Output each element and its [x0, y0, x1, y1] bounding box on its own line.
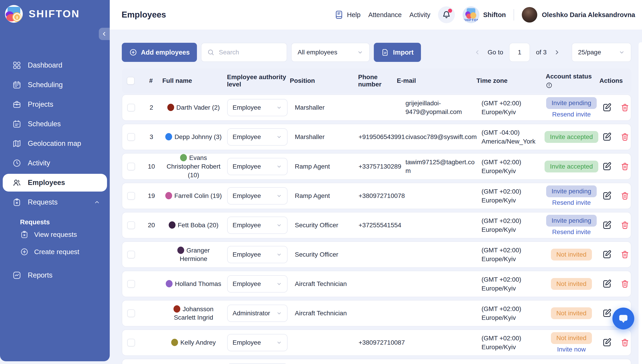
sidebar-item-employees[interactable]: Employees	[3, 174, 107, 192]
employee-phone: +919506543991	[359, 133, 397, 140]
timezone-city: Europe/Kyiv	[481, 225, 543, 234]
calendar-dots-icon	[12, 80, 22, 90]
status-link[interactable]: Resend invite	[552, 228, 591, 236]
authority-level-select[interactable]: Employee	[227, 158, 288, 175]
authority-level-select[interactable]: Employee	[227, 275, 288, 292]
delete-button[interactable]	[620, 338, 630, 348]
sidebar-item-schedules[interactable]: Schedules	[0, 114, 110, 134]
sidebar-item-activity[interactable]: Activity	[0, 153, 110, 173]
delete-button[interactable]	[620, 191, 630, 201]
import-button[interactable]: Import	[374, 43, 421, 62]
app-logo-text: SHIFTON	[29, 8, 80, 20]
table-row: 19 Farrell Colin (19) Employee Ramp Agen…	[122, 183, 631, 209]
timezone-offset: (GMT +02:00)	[481, 187, 543, 196]
edit-button[interactable]	[602, 161, 612, 172]
edit-button[interactable]	[602, 308, 612, 318]
authority-level-select[interactable]: Employee	[227, 334, 288, 351]
company-switcher[interactable]: SHIFTON Shifton	[463, 6, 506, 23]
add-employees-button[interactable]: Add employees	[122, 43, 197, 62]
per-page-select[interactable]: 25/page	[572, 43, 631, 62]
employee-name: Kelly Andrey	[180, 339, 216, 346]
authority-level-select[interactable]: Employee	[227, 187, 288, 204]
search-input[interactable]	[219, 49, 281, 56]
delete-button[interactable]	[620, 102, 630, 112]
row-checkbox[interactable]	[127, 280, 135, 288]
row-checkbox[interactable]	[127, 104, 135, 112]
edit-button[interactable]	[602, 338, 612, 348]
authority-level-select[interactable]: Employee	[227, 216, 288, 234]
previous-page-button[interactable]	[473, 49, 482, 56]
employee-filter-select[interactable]: All employees	[291, 43, 370, 62]
employee-name-cell: Fett Boba (20)	[163, 221, 224, 230]
employee-name-cell: Darth Vader (2)	[163, 103, 224, 112]
next-page-button[interactable]	[552, 49, 561, 56]
sidebar-item-requests[interactable]: Requests	[0, 192, 110, 212]
row-checkbox[interactable]	[127, 339, 135, 346]
page-number-input[interactable]	[509, 43, 530, 62]
pagination: Go to of 3 25/page	[473, 43, 631, 62]
scrollbar[interactable]	[638, 42, 642, 364]
delete-button[interactable]	[620, 279, 630, 289]
nav-activity[interactable]: Activity	[409, 11, 430, 19]
delete-button[interactable]	[620, 132, 630, 142]
row-checkbox[interactable]	[127, 221, 135, 229]
sidebar-item-reports[interactable]: Reports	[0, 266, 110, 285]
row-checkbox[interactable]	[127, 251, 135, 258]
status-link[interactable]: Resend invite	[552, 111, 591, 118]
sidebar-subitem-label: Create request	[34, 248, 79, 256]
delete-button[interactable]	[620, 250, 630, 260]
timezone-offset: (GMT +02:00)	[481, 304, 543, 313]
employee-timezone: (GMT +02:00) Europe/Kyiv	[477, 187, 543, 205]
help-link[interactable]: Help	[334, 10, 361, 20]
timezone-offset: (GMT +02:00)	[481, 275, 543, 284]
table-row: 20 Fett Boba (20) Employee Security Offi…	[122, 212, 631, 238]
row-checkbox[interactable]	[127, 310, 135, 317]
sidebar-item-geolocation-map[interactable]: Geolocation map	[0, 134, 110, 153]
sidebar-item-dashboard[interactable]: Dashboard	[0, 56, 110, 75]
timezone-city: Europe/Kyiv	[481, 196, 543, 205]
timezone-offset: (GMT +02:00)	[481, 216, 543, 225]
employee-number: 20	[140, 222, 163, 229]
user-menu[interactable]: Oleshko Daria Aleksandrovna	[522, 7, 635, 22]
employee-color-dot	[167, 104, 174, 111]
delete-button[interactable]	[620, 220, 630, 230]
column-header-authority: Employee authority level	[224, 74, 290, 88]
sidebar-item-view-requests[interactable]: View requests	[0, 226, 110, 243]
help-book-icon	[334, 10, 344, 20]
status-badge: Not invited	[551, 249, 592, 260]
chevron-down-icon	[618, 49, 625, 56]
row-checkbox[interactable]	[127, 133, 135, 141]
sidebar-item-label: Projects	[28, 100, 53, 108]
sidebar-item-label: Scheduling	[28, 81, 63, 89]
nav-attendance[interactable]: Attendance	[368, 11, 402, 19]
authority-level-value: Employee	[233, 133, 261, 140]
edit-button[interactable]	[602, 132, 612, 142]
clipboard-x-icon	[12, 198, 22, 207]
chat-widget-button[interactable]	[612, 308, 634, 330]
select-all-checkbox[interactable]	[127, 77, 135, 85]
edit-button[interactable]	[602, 220, 612, 230]
edit-button[interactable]	[602, 102, 612, 113]
status-link[interactable]: Resend invite	[552, 199, 591, 206]
edit-button[interactable]	[602, 191, 612, 201]
authority-level-select[interactable]: Employee	[227, 99, 288, 116]
delete-button[interactable]	[620, 162, 630, 172]
employee-timezone: (GMT +02:00) Europe/Kyiv	[477, 304, 543, 322]
notifications-button[interactable]	[438, 6, 455, 23]
map-icon	[12, 139, 22, 148]
sidebar-collapse-button[interactable]	[99, 28, 110, 40]
sidebar-item-create-request[interactable]: Create request	[0, 243, 110, 260]
sidebar-item-scheduling[interactable]: Scheduling	[0, 75, 110, 95]
authority-level-select[interactable]: Administrator	[227, 304, 288, 322]
sidebar-item-projects[interactable]: Projects	[0, 95, 110, 114]
status-link[interactable]: Invite now	[557, 346, 586, 353]
edit-button[interactable]	[602, 249, 612, 260]
info-icon[interactable]	[546, 82, 552, 89]
edit-button[interactable]	[602, 279, 612, 289]
employee-position: Ramp Agent	[290, 163, 359, 170]
chevron-down-icon	[276, 134, 282, 140]
row-checkbox[interactable]	[127, 192, 135, 200]
row-checkbox[interactable]	[127, 163, 135, 170]
authority-level-select[interactable]: Employee	[227, 246, 288, 263]
authority-level-select[interactable]: Employee	[227, 128, 288, 146]
